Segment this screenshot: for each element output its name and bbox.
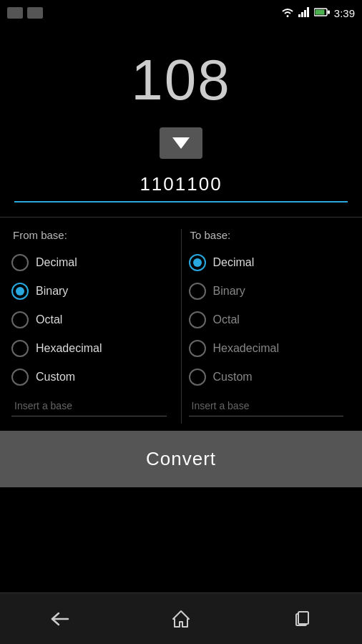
to-hexadecimal-label: Hexadecimal (213, 342, 279, 355)
status-bar: 3:39 (0, 0, 362, 26)
from-custom-item[interactable]: Custom (11, 363, 174, 391)
arrow-btn-container (0, 120, 362, 166)
notification-icon-1 (7, 7, 23, 19)
status-bar-left (7, 7, 43, 19)
back-button[interactable] (31, 603, 89, 635)
result-field: 1101100 (14, 173, 348, 203)
to-decimal-radio[interactable] (189, 254, 206, 271)
signal-icon (298, 7, 310, 19)
main-number: 108 (0, 26, 362, 120)
svg-rect-0 (298, 14, 300, 17)
from-base-label: From base: (11, 229, 174, 241)
to-decimal-label: Decimal (213, 256, 255, 269)
to-decimal-inner (193, 258, 202, 267)
from-hexadecimal-label: Hexadecimal (36, 342, 102, 355)
from-base-column: From base: Decimal Binary Octal Hexadeci… (11, 229, 174, 424)
home-icon (172, 610, 190, 628)
from-octal-radio[interactable] (11, 311, 29, 328)
radio-section: From base: Decimal Binary Octal Hexadeci… (0, 218, 362, 424)
from-octal-label: Octal (36, 313, 62, 326)
svg-rect-2 (304, 10, 306, 17)
from-binary-inner (16, 287, 24, 296)
to-decimal-item[interactable]: Decimal (189, 248, 351, 277)
wifi-icon (281, 7, 294, 19)
from-decimal-item[interactable]: Decimal (11, 248, 174, 277)
from-base-input[interactable] (11, 396, 167, 416)
svg-rect-3 (307, 7, 309, 17)
notification-icon-2 (27, 7, 43, 19)
from-decimal-radio[interactable] (11, 254, 29, 271)
battery-icon (314, 7, 330, 19)
to-custom-item[interactable]: Custom (189, 363, 351, 391)
home-button[interactable] (152, 603, 210, 635)
column-divider (181, 229, 182, 424)
to-custom-label: Custom (213, 371, 253, 384)
from-custom-radio[interactable] (11, 369, 29, 386)
from-decimal-label: Decimal (36, 256, 77, 269)
from-custom-label: Custom (36, 371, 75, 384)
to-octal-item[interactable]: Octal (189, 306, 351, 334)
bottom-nav (0, 592, 362, 644)
recents-icon (293, 610, 310, 628)
from-octal-item[interactable]: Octal (11, 306, 174, 334)
to-octal-radio[interactable] (189, 311, 206, 328)
svg-marker-8 (173, 611, 189, 627)
from-hexadecimal-item[interactable]: Hexadecimal (11, 334, 174, 363)
to-binary-item[interactable]: Binary (189, 277, 351, 306)
to-binary-label: Binary (213, 285, 245, 298)
clock: 3:39 (334, 7, 355, 19)
recents-button[interactable] (273, 603, 331, 635)
back-icon (50, 611, 70, 627)
result-number: 1101100 (140, 173, 222, 195)
from-binary-item[interactable]: Binary (11, 277, 174, 306)
to-base-column: To base: Decimal Binary Octal Hexadecima… (189, 229, 351, 424)
from-binary-label: Binary (36, 285, 68, 298)
from-hexadecimal-radio[interactable] (11, 340, 29, 357)
status-bar-right: 3:39 (281, 7, 355, 19)
to-custom-radio[interactable] (189, 369, 206, 386)
to-binary-radio[interactable] (189, 283, 206, 300)
to-hexadecimal-radio[interactable] (189, 340, 206, 357)
svg-rect-5 (315, 10, 324, 15)
to-base-label: To base: (189, 229, 351, 241)
arrow-down-icon (172, 137, 190, 149)
to-base-input[interactable] (189, 396, 344, 416)
convert-arrow-button[interactable] (160, 127, 202, 159)
convert-button[interactable]: Convert (0, 431, 362, 487)
svg-rect-10 (298, 612, 308, 624)
to-octal-label: Octal (213, 313, 240, 326)
from-binary-radio[interactable] (11, 283, 29, 300)
convert-section: Convert (0, 431, 362, 487)
to-hexadecimal-item[interactable]: Hexadecimal (189, 334, 351, 363)
svg-rect-6 (328, 11, 330, 14)
svg-rect-1 (301, 12, 303, 17)
